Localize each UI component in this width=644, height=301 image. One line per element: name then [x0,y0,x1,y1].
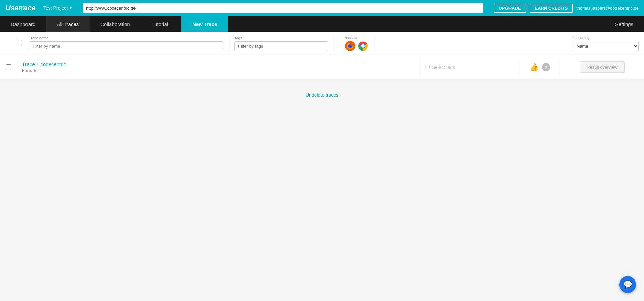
filterbar: Trace name Tags Results [0,32,644,55]
undelete-link[interactable]: Undelete traces [306,92,338,98]
upgrade-button[interactable]: UPGRADE [494,4,526,13]
nav-item-settings[interactable]: Settings [604,16,644,32]
firefox-icon[interactable] [345,41,356,51]
tags-filter: Tags [234,36,328,51]
chevron-down-icon: ▾ [70,6,72,10]
divider-1 [229,35,229,52]
nav-item-tutorial[interactable]: Tutorial [141,16,179,32]
trace-name-filter: Trace name [29,36,223,51]
trace-checkbox[interactable] [6,64,11,70]
trace-result-overview-col: Result overview [560,57,644,77]
select-tags-text[interactable]: Select tags [432,64,455,70]
nav-item-collaboration[interactable]: Collaboration [90,16,141,32]
thumbs-up-icon: 👍 [530,63,539,72]
list-sorting: List sorting Name Date Created Date Modi… [572,36,639,51]
nav-item-all-traces[interactable]: All Traces [46,16,90,32]
result-overview-button[interactable]: Result overview [580,61,625,73]
trace-results-col: 👍 ? [520,58,560,76]
tags-label: Tags [234,36,328,40]
trace-subname: Basic Test [22,68,414,73]
topbar-actions: UPGRADE EARN CREDITS thomas.jaspers@code… [494,4,639,13]
project-selector[interactable]: Test Project ▾ [43,5,72,11]
logo: Usetrace [5,4,35,12]
divider-3 [374,35,374,52]
topbar: Usetrace Test Project ▾ UPGRADE EARN CRE… [0,0,644,16]
select-all-checkbox[interactable] [17,40,23,47]
url-bar[interactable] [83,3,483,13]
earn-credits-button[interactable]: EARN CREDITS [530,4,573,13]
svg-point-6 [361,44,365,48]
main-nav: Dashboard All Traces Collaboration Tutor… [0,16,644,32]
trace-tags-col: 🏷 Select tags [419,59,520,75]
sort-select[interactable]: Name Date Created Date Modified [572,41,639,51]
tag-icon: 🏷 [425,64,430,70]
chrome-icon[interactable] [358,41,368,51]
divider-2 [334,35,334,52]
table-row: Trace 1 codecentric Basic Test 🏷 Select … [0,55,644,79]
trace-checkbox-col [0,61,17,73]
browser-icons [345,41,368,51]
results-filter: Results [345,35,368,51]
tags-input[interactable] [234,41,328,51]
trace-name[interactable]: Trace 1 codecentric [22,61,414,67]
project-name: Test Project [43,5,68,11]
question-mark-icon: ? [542,63,550,71]
undelete-container: Undelete traces [0,79,644,111]
nav-item-new-trace[interactable]: New Trace [181,16,228,32]
trace-list: Trace 1 codecentric Basic Test 🏷 Select … [0,55,644,79]
user-email: thomas.jaspers@codecentric.de [576,6,639,11]
list-sorting-label: List sorting [572,36,639,40]
trace-info-col: Trace 1 codecentric Basic Test [17,57,419,78]
trace-name-label: Trace name [29,36,223,40]
nav-item-dashboard[interactable]: Dashboard [0,16,46,32]
results-label: Results [345,35,368,39]
trace-name-input[interactable] [29,41,223,51]
